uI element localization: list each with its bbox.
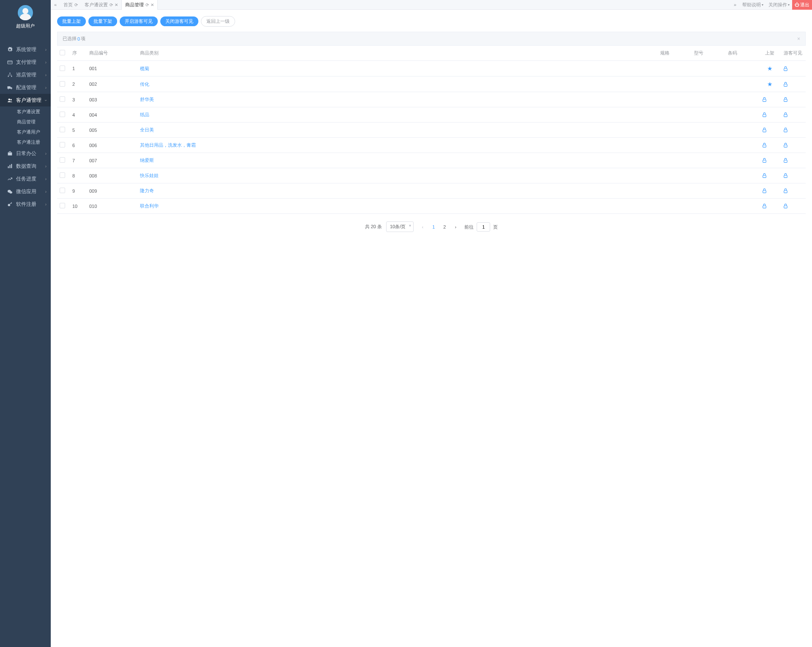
lock-icon[interactable] <box>783 66 803 71</box>
open-guest-button[interactable]: 开启游客可见 <box>120 16 158 26</box>
page-number[interactable]: 1 <box>429 222 438 232</box>
lock-icon[interactable] <box>762 158 778 163</box>
goto-input[interactable] <box>477 222 490 232</box>
cell-onshelf: ★ <box>759 76 780 92</box>
table-row: 6006其他日用品，洗发水，膏霜 <box>57 138 806 153</box>
row-checkbox[interactable] <box>60 96 65 102</box>
lock-icon[interactable] <box>783 112 803 117</box>
tab-products[interactable]: 商品管理 ⟳ ✕ <box>121 0 158 10</box>
lock-icon[interactable] <box>783 188 803 194</box>
category-link[interactable]: 快乐娃娃 <box>140 173 159 178</box>
lock-icon[interactable] <box>783 173 803 178</box>
category-link[interactable]: 联合利华 <box>140 203 159 208</box>
lock-icon[interactable] <box>762 127 778 133</box>
row-checkbox[interactable] <box>60 142 65 147</box>
batch-on-button[interactable]: 批量上架 <box>57 16 86 26</box>
refresh-icon[interactable]: ⟳ <box>145 3 149 7</box>
lock-icon[interactable] <box>783 82 803 87</box>
tab-home[interactable]: 首页 ⟳ <box>60 0 81 10</box>
select-all-checkbox[interactable] <box>60 50 65 55</box>
lock-icon[interactable] <box>783 127 803 133</box>
avatar[interactable] <box>18 5 33 20</box>
sidebar-item-payment[interactable]: 支付管理 › <box>0 56 51 68</box>
star-icon[interactable]: ★ <box>767 65 773 72</box>
lock-icon[interactable] <box>762 112 778 117</box>
sidebar-item-label: 配送管理 <box>16 84 45 91</box>
cell-onshelf <box>759 123 780 138</box>
sidebar-item-system[interactable]: 系统管理 › <box>0 43 51 56</box>
category-link[interactable]: 舒华美 <box>140 97 154 102</box>
prev-page-icon[interactable]: ‹ <box>418 222 427 232</box>
lock-icon[interactable] <box>762 97 778 102</box>
lock-icon[interactable] <box>783 97 803 102</box>
cell-barcode <box>725 123 759 138</box>
close-icon[interactable]: × <box>797 36 800 42</box>
chevron-right-icon: › <box>45 85 47 90</box>
col-onshelf: 上架 <box>759 46 780 61</box>
tabs-prev-icon[interactable]: « <box>51 2 60 7</box>
row-checkbox[interactable] <box>60 81 65 87</box>
sidebar-item-register[interactable]: 软件注册 › <box>0 198 51 210</box>
sidebar-menu: 系统管理 › 支付管理 › 巡店管理 › 配送管理 › 客户通管理 › <box>0 43 51 210</box>
sidebar-item-task[interactable]: 任务进度 › <box>0 172 51 185</box>
submenu-item-products[interactable]: 商品管理 <box>0 117 51 127</box>
cell-guest <box>780 199 806 214</box>
category-link[interactable]: 榄菊 <box>140 66 149 71</box>
cell-guest <box>780 107 806 123</box>
row-checkbox[interactable] <box>60 112 65 117</box>
caret-down-icon: ▾ <box>788 3 790 7</box>
svg-rect-9 <box>9 165 10 168</box>
lock-icon[interactable] <box>783 158 803 163</box>
cell-barcode <box>725 107 759 123</box>
category-link[interactable]: 传化 <box>140 82 149 87</box>
back-button[interactable]: 返回上一级 <box>201 16 235 27</box>
lock-icon[interactable] <box>762 173 778 178</box>
category-link[interactable]: 纳爱斯 <box>140 158 154 163</box>
submenu-item-register[interactable]: 客户通注册 <box>0 137 51 147</box>
page-number[interactable]: 2 <box>440 222 449 232</box>
sidebar-item-wechat[interactable]: 微信应用 › <box>0 185 51 198</box>
category-link[interactable]: 其他日用品，洗发水，膏霜 <box>140 142 196 147</box>
close-icon[interactable]: ✕ <box>115 3 118 7</box>
page-size-select[interactable]: 10条/页 <box>386 221 414 232</box>
tab-customer-settings[interactable]: 客户通设置 ⟳ ✕ <box>81 0 121 10</box>
lock-icon[interactable] <box>783 142 803 148</box>
cell-seq: 9 <box>70 183 87 199</box>
sidebar-item-daily[interactable]: 日常办公 › <box>0 147 51 160</box>
refresh-icon[interactable]: ⟳ <box>110 3 113 7</box>
cell-code: 007 <box>87 153 137 168</box>
lock-icon[interactable] <box>762 188 778 194</box>
row-checkbox[interactable] <box>60 172 65 178</box>
lock-icon[interactable] <box>783 203 803 209</box>
power-icon: ⏻ <box>795 2 799 7</box>
cell-code: 001 <box>87 61 137 76</box>
close-ops-dropdown[interactable]: 关闭操作 ▾ <box>766 2 792 8</box>
star-icon[interactable]: ★ <box>767 81 773 87</box>
cell-model <box>691 168 725 183</box>
row-checkbox[interactable] <box>60 66 65 71</box>
category-link[interactable]: 全日美 <box>140 127 154 132</box>
row-checkbox[interactable] <box>60 188 65 193</box>
refresh-icon[interactable]: ⟳ <box>74 3 78 7</box>
lock-icon[interactable] <box>762 203 778 209</box>
submenu-item-users[interactable]: 客户通用户 <box>0 127 51 137</box>
sidebar-item-data[interactable]: 数据查询 › <box>0 160 51 172</box>
close-icon[interactable]: ✕ <box>151 3 154 7</box>
row-checkbox[interactable] <box>60 157 65 163</box>
batch-off-button[interactable]: 批量下架 <box>88 16 117 26</box>
row-checkbox[interactable] <box>60 127 65 132</box>
sidebar-item-store[interactable]: 巡店管理 › <box>0 68 51 81</box>
lock-icon[interactable] <box>762 142 778 148</box>
close-guest-button[interactable]: 关闭游客可见 <box>160 16 198 26</box>
exit-button[interactable]: ⏻ 退出 <box>792 0 812 10</box>
help-dropdown[interactable]: 帮助说明 ▾ <box>740 2 766 8</box>
row-checkbox[interactable] <box>60 203 65 208</box>
next-page-icon[interactable]: › <box>451 222 460 232</box>
submenu-item-settings[interactable]: 客户通设置 <box>0 106 51 117</box>
sidebar-item-delivery[interactable]: 配送管理 › <box>0 81 51 94</box>
svg-rect-21 <box>784 130 787 132</box>
tabs-next-icon[interactable]: » <box>730 2 740 7</box>
category-link[interactable]: 隆力奇 <box>140 188 154 193</box>
sidebar-item-customer[interactable]: 客户通管理 › <box>0 94 51 106</box>
category-link[interactable]: 纸品 <box>140 112 149 117</box>
